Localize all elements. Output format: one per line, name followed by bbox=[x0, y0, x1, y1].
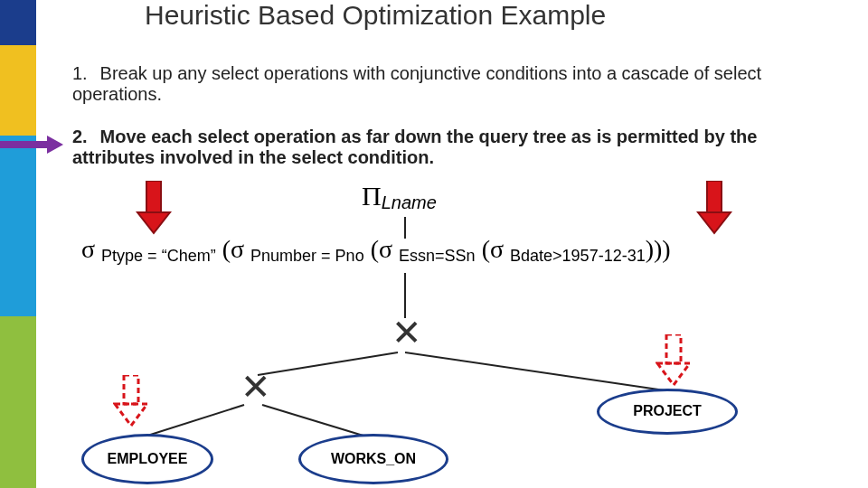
svg-rect-6 bbox=[146, 181, 161, 212]
svg-marker-9 bbox=[698, 212, 731, 233]
red-dashed-down-arrow-icon bbox=[656, 334, 692, 389]
svg-line-2 bbox=[405, 352, 665, 390]
relation-node-employee: EMPLOYEE bbox=[81, 434, 213, 484]
red-dashed-down-arrow-icon bbox=[113, 375, 149, 429]
svg-line-5 bbox=[262, 405, 366, 436]
relation-node-workson: WORKS_ON bbox=[298, 434, 448, 484]
svg-line-4 bbox=[145, 405, 244, 436]
svg-rect-8 bbox=[707, 181, 722, 212]
svg-line-3 bbox=[258, 352, 398, 375]
svg-marker-11 bbox=[115, 404, 147, 426]
svg-rect-10 bbox=[124, 375, 138, 404]
svg-marker-7 bbox=[137, 212, 170, 233]
red-down-arrow-icon bbox=[696, 181, 732, 235]
svg-marker-13 bbox=[657, 363, 690, 385]
svg-rect-12 bbox=[666, 334, 681, 363]
red-down-arrow-icon bbox=[136, 181, 172, 235]
relation-node-project: PROJECT bbox=[597, 389, 738, 435]
